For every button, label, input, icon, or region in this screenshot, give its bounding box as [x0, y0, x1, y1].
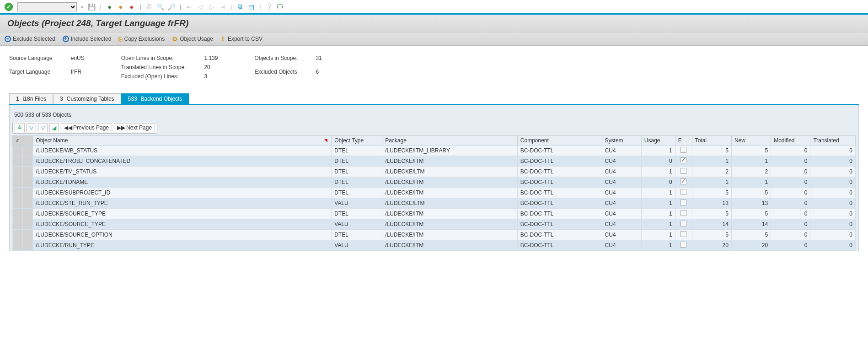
tab-customizing-tables[interactable]: 3 Customizing Tables	[53, 93, 121, 104]
exit-icon[interactable]: ●	[116, 2, 125, 11]
tab-backend-objects[interactable]: 533 Backend Objects	[121, 93, 189, 104]
checkbox-icon[interactable]	[680, 231, 686, 237]
cell-e[interactable]	[675, 167, 692, 177]
row-indicator	[23, 230, 33, 240]
col-total[interactable]: Total	[692, 136, 731, 146]
col-usage[interactable]: Usage	[641, 136, 675, 146]
copy-exclusions-button[interactable]: ⎘ Copy Exclusions	[118, 35, 165, 43]
table-row[interactable]: /LUDECKE/SOURCE_TYPEDTEL/LUDECKE/ITMBC-D…	[13, 209, 856, 219]
prev-page-icon[interactable]: ◁	[196, 2, 205, 11]
row-selector[interactable]	[13, 177, 23, 188]
col-e[interactable]: E	[675, 136, 692, 146]
checkbox-icon[interactable]	[680, 157, 686, 163]
cell-modified: 0	[771, 177, 810, 188]
col-component[interactable]: Component	[517, 136, 602, 146]
first-page-icon[interactable]: ⇤	[185, 2, 194, 11]
checkbox-icon[interactable]	[680, 210, 686, 216]
sort-asc-icon[interactable]: ≛	[15, 123, 25, 132]
new-session-icon[interactable]: ⧉	[236, 2, 245, 11]
cell-e[interactable]	[675, 209, 692, 219]
cell-e[interactable]	[675, 156, 692, 167]
table-row[interactable]: /LUDECKE/TM_STATUSDTEL/LUDECKE/LTMBC-DOC…	[13, 167, 856, 177]
cell-e[interactable]	[675, 146, 692, 156]
cell-e[interactable]	[675, 230, 692, 240]
row-selector[interactable]	[13, 230, 23, 240]
checkbox-icon[interactable]	[680, 178, 686, 184]
col-package[interactable]: Package	[382, 136, 518, 146]
col-new[interactable]: New	[731, 136, 771, 146]
checkbox-icon[interactable]	[680, 147, 686, 153]
action-label: Exclude Selected	[13, 36, 55, 42]
checkbox-icon[interactable]	[680, 242, 686, 248]
save-icon[interactable]: 💾	[87, 2, 96, 11]
cell-translated: 0	[810, 240, 856, 251]
checkbox-icon[interactable]	[680, 189, 686, 195]
row-indicator	[23, 177, 33, 188]
cell-modified: 0	[771, 167, 810, 177]
help-icon[interactable]: ❔	[264, 2, 273, 11]
cell-object-name: /LUDECKE/WB_STATUS	[33, 146, 332, 156]
filter-menu-icon[interactable]: ▽	[38, 123, 48, 132]
back-icon[interactable]: ●	[105, 2, 114, 11]
col-modified[interactable]: Modified	[771, 136, 810, 146]
command-field[interactable]	[17, 2, 77, 11]
tab-i18n-files[interactable]: 1 i18n Files	[9, 93, 53, 104]
cell-total: 5	[692, 230, 731, 240]
checkbox-icon[interactable]	[680, 200, 686, 205]
find-icon[interactable]: 🔍	[156, 2, 165, 11]
objects-table: ⎎ Object Name◥ Object Type Package Compo…	[12, 135, 856, 251]
include-selected-button[interactable]: Include Selected	[63, 35, 112, 43]
row-selector[interactable]	[13, 209, 23, 219]
table-row[interactable]: /LUDECKE/SOURCE_TYPEVALU/LUDECKE/ITMBC-D…	[13, 219, 856, 230]
table-row[interactable]: /LUDECKE/TROBJ_CONCATENATEDDTEL/LUDECKE/…	[13, 156, 856, 167]
layout-icon[interactable]: ▤	[246, 2, 256, 11]
col-translated[interactable]: Translated	[810, 136, 856, 146]
previous-page-button[interactable]: ◀◀ Previous Page	[61, 123, 112, 132]
cell-new: 14	[731, 219, 771, 230]
cancel-icon[interactable]: ●	[127, 2, 136, 11]
menu-icon[interactable]: ◢	[49, 123, 59, 132]
row-selector[interactable]	[13, 167, 23, 177]
next-page-icon[interactable]: ▷	[207, 2, 216, 11]
exclude-selected-button[interactable]: Exclude Selected	[5, 35, 55, 43]
row-selector[interactable]	[13, 156, 23, 167]
table-row[interactable]: /LUDECKE/TDNAMEDTEL/LUDECKE/ITMBC-DOC-TT…	[13, 177, 856, 188]
cell-e[interactable]	[675, 240, 692, 251]
cell-e[interactable]	[675, 188, 692, 198]
table-row[interactable]: /LUDECKE/SOURCE_OPTIONDTEL/LUDECKE/ITMBC…	[13, 230, 856, 240]
table-row[interactable]: /LUDECKE/WB_STATUSDTEL/LUDECKE/ITM_LIBRA…	[13, 146, 856, 156]
cell-system: CU4	[602, 230, 641, 240]
cell-translated: 0	[810, 167, 856, 177]
col-system[interactable]: System	[602, 136, 641, 146]
col-object-name[interactable]: Object Name◥	[33, 136, 332, 146]
filter-icon[interactable]: ▽	[27, 123, 36, 132]
next-page-button[interactable]: ▶▶ Next Page	[114, 123, 155, 132]
cell-component: BC-DOC-TTL	[517, 240, 602, 251]
print-icon[interactable]: 🖶	[145, 2, 154, 11]
col-object-type[interactable]: Object Type	[332, 136, 382, 146]
checkbox-icon[interactable]	[680, 168, 686, 174]
table-row[interactable]: /LUDECKE/STE_RUN_TYPEVALU/LUDECKE/LTMBC-…	[13, 198, 856, 209]
cell-object-name: /LUDECKE/SOURCE_TYPE	[33, 219, 332, 230]
object-usage-button[interactable]: ⚙ Object Usage	[172, 35, 213, 43]
row-selector[interactable]	[13, 198, 23, 209]
cell-e[interactable]	[675, 177, 692, 188]
cell-object-name: /LUDECKE/TROBJ_CONCATENATED	[33, 156, 332, 167]
checkbox-icon[interactable]	[680, 221, 686, 227]
row-selector[interactable]	[13, 188, 23, 198]
cell-e[interactable]	[675, 219, 692, 230]
last-page-icon[interactable]: ⇥	[218, 2, 227, 11]
select-all-header[interactable]: ⎎	[13, 136, 23, 146]
ok-status-icon[interactable]: ✓	[5, 3, 13, 11]
customize-icon[interactable]: 🖵	[275, 2, 284, 11]
find-next-icon[interactable]: 🔎	[167, 2, 176, 11]
row-selector[interactable]	[13, 240, 23, 251]
row-selector[interactable]	[13, 146, 23, 156]
export-csv-button[interactable]: ⇪ Export to CSV	[220, 35, 263, 43]
table-row[interactable]: /LUDECKE/RUN_TYPEVALU/LUDECKE/ITMBC-DOC-…	[13, 240, 856, 251]
table-row[interactable]: /LUDECKE/SUBPROJECT_IDDTEL/LUDECKE/ITMBC…	[13, 188, 856, 198]
export-icon: ⇪	[220, 35, 226, 43]
row-selector[interactable]	[13, 219, 23, 230]
cell-e[interactable]	[675, 198, 692, 209]
translated-lines-value: 20	[204, 64, 218, 70]
